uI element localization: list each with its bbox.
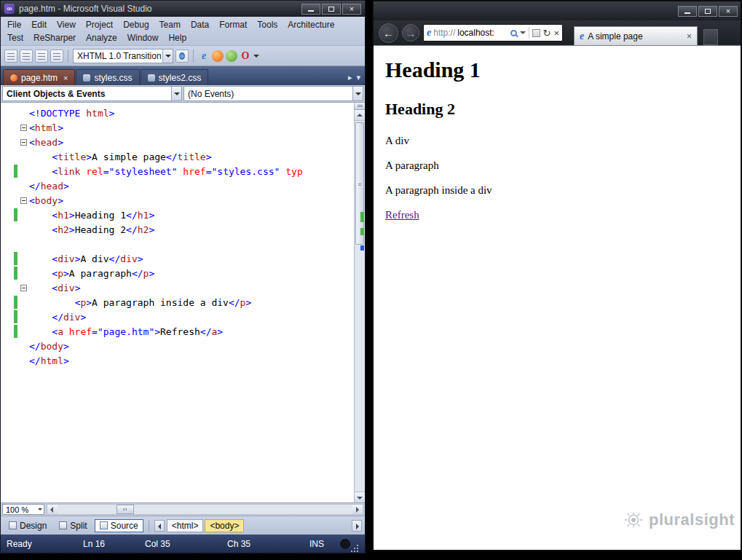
internet-explorer-icon[interactable]: e [198, 50, 210, 62]
chevron-down-icon[interactable] [520, 31, 526, 37]
selection-margin [14, 237, 17, 251]
doc-tab-page.htm[interactable]: page.htm× [3, 69, 75, 85]
code-area[interactable]: <!DOCTYPE html><html><head> <title>A sim… [1, 103, 354, 502]
chevron-down-icon[interactable] [253, 55, 259, 60]
scroll-up-icon[interactable] [355, 110, 365, 121]
word-wrap-icon[interactable] [35, 50, 48, 63]
horizontal-scrollbar[interactable] [47, 504, 363, 515]
menu-test[interactable]: Test [2, 31, 28, 44]
search-icon[interactable] [510, 30, 517, 36]
menu-help[interactable]: Help [163, 31, 192, 44]
tag-breadcrumb: <html><body> [167, 519, 245, 532]
page-heading-1: Heading 1 [385, 58, 741, 82]
code-text: <head> [29, 137, 63, 148]
collapse-toggle[interactable] [17, 197, 29, 204]
refresh-icon[interactable]: ↻ [543, 28, 551, 38]
caret-marker [360, 245, 364, 251]
collapse-toggle[interactable] [17, 125, 29, 131]
menu-edit[interactable]: Edit [26, 18, 52, 31]
vs-titlebar[interactable]: ∞ page.htm - Microsoft Visual Studio × [1, 1, 365, 17]
menu-project[interactable]: Project [81, 18, 118, 31]
menu-view[interactable]: View [52, 18, 81, 31]
stop-icon[interactable]: × [553, 28, 559, 38]
change-indicator [14, 310, 17, 323]
forward-button[interactable]: → [402, 24, 419, 42]
menu-analyze[interactable]: Analyze [81, 31, 122, 44]
new-tab-button[interactable] [703, 29, 718, 45]
menu-tools[interactable]: Tools [252, 18, 283, 31]
minimize-button[interactable] [678, 6, 697, 17]
chrome-icon[interactable] [226, 50, 237, 62]
code-editor[interactable]: <!DOCTYPE html><html><head> <title>A sim… [1, 103, 365, 502]
collapse-minus-icon[interactable] [20, 285, 27, 291]
scroll-down-icon[interactable] [355, 492, 365, 502]
zoom-selector[interactable]: 100 % [2, 504, 44, 515]
tab-list-icon[interactable]: ▾ [356, 73, 360, 82]
view-tab-source[interactable]: Source [95, 519, 143, 532]
events-dropdown[interactable]: (No Events) [183, 86, 363, 101]
code-line: <link rel="stylesheet" href="styles.css"… [1, 164, 354, 178]
collapse-minus-icon[interactable] [20, 139, 27, 146]
menu-architecture[interactable]: Architecture [283, 18, 339, 31]
menu-resharper[interactable]: ReSharper [28, 31, 81, 44]
close-button[interactable]: × [719, 6, 738, 17]
code-text: <!DOCTYPE html> [29, 108, 114, 119]
maximize-button[interactable] [698, 6, 717, 17]
menu-team[interactable]: Team [154, 18, 186, 31]
navigation-bar: Client Objects & Events (No Events) [1, 85, 365, 103]
pluralsight-watermark: pluralsight [623, 509, 735, 531]
minimize-button[interactable] [301, 4, 320, 15]
firefox-icon[interactable] [212, 50, 224, 62]
menu-debug[interactable]: Debug [118, 18, 154, 31]
code-text: <title>A simple page</title> [29, 151, 211, 162]
doc-tab-styles2.css[interactable]: styles2.css [141, 69, 209, 85]
browse-with-icon[interactable] [175, 50, 189, 63]
menu-file[interactable]: File [2, 18, 26, 31]
compatibility-view-icon[interactable] [532, 29, 540, 37]
scrollbar-thumb[interactable] [355, 122, 364, 245]
scroll-left-icon[interactable] [47, 505, 58, 514]
menu-data[interactable]: Data [186, 18, 214, 31]
view-tab-split[interactable]: Split [54, 519, 92, 532]
menu-format[interactable]: Format [214, 18, 252, 31]
maximize-icon [705, 9, 711, 14]
maximize-button[interactable] [322, 4, 341, 15]
splitter-grip[interactable] [355, 103, 365, 110]
chevron-down-icon [171, 87, 181, 100]
tag-nav-forward-icon[interactable] [352, 520, 362, 532]
scroll-right-icon[interactable] [352, 505, 363, 514]
file-icon [83, 74, 90, 82]
list-members-icon[interactable] [20, 50, 33, 63]
address-bar[interactable]: e http://localhost: ↻ × [423, 24, 563, 42]
close-button[interactable]: × [342, 4, 361, 15]
indent-icon[interactable] [50, 50, 63, 63]
collapse-minus-icon[interactable] [20, 125, 27, 131]
view-tab-design[interactable]: Design [4, 519, 52, 532]
code-text: <div> [29, 283, 80, 293]
collapse-toggle[interactable] [17, 285, 29, 291]
code-text: </html> [29, 355, 69, 366]
objects-dropdown[interactable]: Client Objects & Events [2, 86, 182, 101]
vertical-scrollbar[interactable] [354, 103, 365, 502]
refresh-link[interactable]: Refresh [385, 209, 419, 221]
back-button[interactable]: ← [379, 23, 398, 43]
breadcrumb-tag[interactable]: <body> [205, 519, 244, 532]
collapse-toggle[interactable] [17, 139, 29, 146]
doc-tab-styles.css[interactable]: styles.css [76, 69, 139, 85]
ie-titlebar[interactable]: × [374, 1, 741, 20]
opera-icon[interactable]: O [240, 50, 251, 62]
tag-nav-back-icon[interactable] [154, 520, 165, 532]
browser-tab[interactable]: e A simple page × [574, 26, 698, 45]
close-tab-icon[interactable]: × [687, 31, 692, 42]
new-file-icon[interactable] [4, 50, 17, 63]
menu-window[interactable]: Window [122, 31, 164, 44]
collapse-minus-icon[interactable] [20, 197, 27, 204]
resize-grip[interactable] [350, 544, 359, 553]
close-tab-icon[interactable]: × [63, 74, 68, 82]
breadcrumb-tag[interactable]: <html> [167, 519, 204, 532]
scrollbar-thumb[interactable] [117, 505, 134, 514]
scroll-tabs-icon[interactable]: ▸ [348, 73, 352, 82]
page-paragraph: A paragraph [385, 159, 741, 172]
document-tabstrip: page.htm×styles.cssstyles2.css ▸ ▾ [1, 66, 365, 85]
doctype-selector[interactable]: XHTML 1.0 Transition [73, 49, 173, 63]
